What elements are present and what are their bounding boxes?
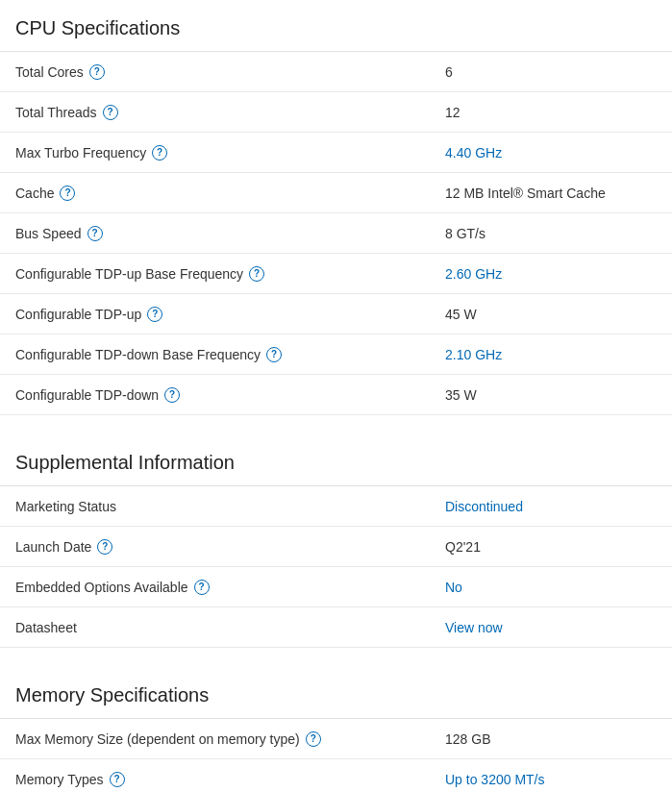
spec-label: Configurable TDP-down? [15, 387, 445, 403]
spec-label: Max Memory Size (dependent on memory typ… [15, 731, 445, 747]
spec-label-text: Datasheet [15, 620, 77, 635]
spec-value: 12 [445, 105, 657, 120]
spec-label-text: Max Turbo Frequency [15, 145, 146, 161]
spec-value: 8 GT/s [445, 226, 657, 241]
spec-label: Embedded Options Available? [15, 580, 445, 595]
help-icon[interactable]: ? [249, 266, 264, 282]
spec-value[interactable]: Up to 3200 MT/s [445, 772, 657, 787]
supplemental-table: Marketing StatusDiscontinuedLaunch Date?… [0, 486, 672, 648]
spec-label: Marketing Status [15, 499, 445, 514]
help-icon[interactable]: ? [60, 186, 75, 201]
spec-value[interactable]: 2.10 GHz [445, 347, 657, 362]
help-icon[interactable]: ? [147, 307, 162, 322]
spec-label: Configurable TDP-up Base Frequency? [15, 266, 445, 282]
memory-table: Max Memory Size (dependent on memory typ… [0, 719, 672, 792]
spec-value: 45 W [445, 307, 657, 322]
memory-section-title: Memory Specifications [0, 667, 672, 719]
spec-label: Launch Date? [15, 539, 445, 555]
table-row: Bus Speed?8 GT/s [0, 213, 672, 254]
gap-2 [0, 648, 672, 667]
spec-label-text: Memory Types [15, 772, 104, 787]
spec-label-text: Launch Date [15, 539, 91, 555]
spec-label-text: Marketing Status [15, 499, 116, 514]
help-icon[interactable]: ? [110, 772, 125, 787]
table-row: Launch Date?Q2'21 [0, 527, 672, 567]
spec-label: Configurable TDP-down Base Frequency? [15, 347, 445, 362]
spec-value: 12 MB Intel® Smart Cache [445, 186, 657, 201]
spec-value: Q2'21 [445, 539, 657, 555]
spec-label: Bus Speed? [15, 226, 445, 241]
spec-label: Total Cores? [15, 64, 445, 80]
table-row: Configurable TDP-up Base Frequency?2.60 … [0, 254, 672, 294]
table-row: Total Threads?12 [0, 92, 672, 133]
spec-value[interactable]: No [445, 580, 657, 595]
table-row: Embedded Options Available?No [0, 567, 672, 607]
table-row: Marketing StatusDiscontinued [0, 486, 672, 527]
table-row: Configurable TDP-down?35 W [0, 375, 672, 415]
help-icon[interactable]: ? [97, 539, 112, 555]
table-row: Max Turbo Frequency?4.40 GHz [0, 133, 672, 173]
table-row: Total Cores?6 [0, 52, 672, 92]
table-row: Configurable TDP-down Base Frequency?2.1… [0, 334, 672, 375]
spec-value[interactable]: View now [445, 620, 657, 635]
help-icon[interactable]: ? [152, 145, 167, 161]
supplemental-section-title: Supplemental Information [0, 434, 672, 486]
spec-label-text: Max Memory Size (dependent on memory typ… [15, 731, 300, 747]
table-row: Max Memory Size (dependent on memory typ… [0, 719, 672, 759]
spec-label: Total Threads? [15, 105, 445, 120]
spec-label-text: Configurable TDP-down Base Frequency [15, 347, 261, 362]
spec-label: Datasheet [15, 620, 445, 635]
spec-label-text: Bus Speed [15, 226, 82, 241]
spec-label-text: Embedded Options Available [15, 580, 188, 595]
spec-label-text: Total Cores [15, 64, 84, 80]
spec-label: Configurable TDP-up? [15, 307, 445, 322]
help-icon[interactable]: ? [164, 387, 180, 403]
help-icon[interactable]: ? [306, 731, 321, 747]
table-row: Cache?12 MB Intel® Smart Cache [0, 173, 672, 213]
spec-label: Max Turbo Frequency? [15, 145, 445, 161]
spec-value[interactable]: 2.60 GHz [445, 266, 657, 282]
help-icon[interactable]: ? [266, 347, 282, 362]
spec-value: 35 W [445, 387, 657, 403]
spec-label-text: Configurable TDP-up [15, 307, 141, 322]
spec-value[interactable]: 4.40 GHz [445, 145, 657, 161]
memory-section: Memory Specifications Max Memory Size (d… [0, 667, 672, 792]
spec-value: Discontinued [445, 499, 657, 514]
table-row: DatasheetView now [0, 607, 672, 648]
table-row: Configurable TDP-up?45 W [0, 294, 672, 334]
spec-value: 128 GB [445, 731, 657, 747]
spec-label: Memory Types? [15, 772, 445, 787]
cpu-specifications-section: CPU Specifications Total Cores?6Total Th… [0, 0, 672, 415]
supplemental-section: Supplemental Information Marketing Statu… [0, 434, 672, 648]
table-row: Memory Types?Up to 3200 MT/s [0, 759, 672, 792]
help-icon[interactable]: ? [87, 226, 103, 241]
spec-label-text: Configurable TDP-up Base Frequency [15, 266, 243, 282]
spec-label-text: Cache [15, 186, 54, 201]
cpu-section-title: CPU Specifications [0, 0, 672, 52]
cpu-spec-table: Total Cores?6Total Threads?12Max Turbo F… [0, 52, 672, 415]
spec-label-text: Total Threads [15, 105, 97, 120]
spec-value: 6 [445, 64, 657, 80]
help-icon[interactable]: ? [103, 105, 118, 120]
help-icon[interactable]: ? [194, 580, 210, 595]
spec-label-text: Configurable TDP-down [15, 387, 159, 403]
help-icon[interactable]: ? [89, 64, 105, 80]
gap-1 [0, 415, 672, 434]
spec-label: Cache? [15, 186, 445, 201]
